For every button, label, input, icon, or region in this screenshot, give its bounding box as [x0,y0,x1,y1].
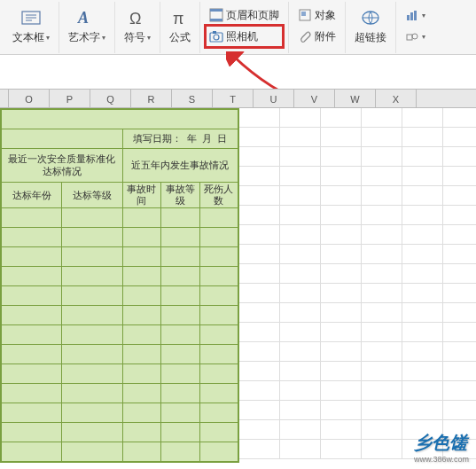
section-right: 近五年内发生事故情况 [122,149,238,183]
misc-button-2[interactable]: ▾ [402,26,429,47]
table-row[interactable] [2,423,238,442]
table-row[interactable] [2,403,238,423]
wordart-label: 艺术字 [68,30,100,45]
camera-icon [209,29,223,43]
wordart-icon: A [76,7,98,28]
col-header[interactable]: P [50,90,90,107]
table-row[interactable] [2,442,238,462]
col-year: 达标年份 [2,183,62,208]
table-row[interactable] [2,384,238,403]
svg-rect-16 [407,15,410,20]
table-row[interactable] [2,325,238,345]
svg-point-20 [412,34,417,39]
textbox-icon [21,7,41,28]
paperclip-icon [298,29,312,43]
table-row[interactable] [2,247,238,267]
pi-icon: π [170,7,190,28]
attachment-label: 附件 [315,29,336,44]
textbox-label: 文本框 [12,30,44,45]
hyperlink-label: 超链接 [355,30,386,45]
table-row[interactable] [2,208,238,228]
svg-rect-14 [301,12,306,16]
svg-rect-17 [410,12,413,20]
table-row[interactable] [2,267,238,286]
svg-text:π: π [173,10,183,27]
table-row[interactable] [2,345,238,364]
section-left: 最近一次安全质量标准化达标情况 [2,149,123,183]
camera-button[interactable]: 照相机 [206,26,283,47]
spreadsheet-area: O P Q R S T U V W X 填写日期： 年 月 日 最近一次安全质量… [0,89,476,469]
svg-rect-19 [407,35,412,40]
svg-rect-12 [213,31,216,34]
watermark: 乡色馐 www.386w.com [414,431,469,464]
col-header[interactable]: O [9,90,50,107]
column-headers: O P Q R S T U V W X [0,89,476,108]
header-footer-icon [209,8,223,22]
ribbon-toolbar: 文本框▾ A 艺术字▾ Ω 符号▾ π 公式 [0,0,476,55]
col-header[interactable]: S [172,90,213,107]
col-time: 事故时间 [122,183,160,208]
col-deaths: 死伤人数 [199,183,238,208]
col-header[interactable]: U [254,90,294,107]
symbol-button[interactable]: Ω 符号▾ [121,2,154,50]
svg-rect-9 [210,19,222,21]
dropdown-icon: ▾ [102,34,105,42]
col-header[interactable]: X [376,90,417,107]
col-header[interactable]: W [335,90,376,107]
svg-rect-8 [210,9,222,12]
object-button[interactable]: 对象 [294,4,339,26]
omega-icon: Ω [128,7,147,28]
svg-text:Ω: Ω [129,10,141,27]
shapes-icon [405,29,419,43]
dropdown-icon: ▾ [147,34,151,42]
wordart-button[interactable]: A 艺术字▾ [65,2,109,50]
camera-label: 照相机 [226,29,258,44]
header-footer-button[interactable]: 页眉和页脚 [206,4,283,26]
dropdown-icon: ▾ [422,12,425,20]
table-row[interactable] [2,228,238,247]
svg-text:A: A [77,9,89,27]
fill-date-label: 填写日期： [133,133,182,144]
formula-button[interactable]: π 公式 [166,2,194,50]
hyperlink-button[interactable]: 超链接 [351,2,390,50]
table-row[interactable] [2,306,238,325]
textbox-button[interactable]: 文本框▾ [9,2,53,50]
dropdown-icon: ▾ [46,34,50,42]
col-header[interactable]: Q [90,90,131,107]
svg-point-11 [214,35,219,40]
symbol-label: 符号 [124,30,145,45]
col-level: 事故等级 [161,183,199,208]
hyperlink-icon [360,7,381,28]
col-header[interactable]: R [131,90,172,107]
misc-button-1[interactable]: ▾ [402,4,429,26]
col-header[interactable]: T [213,90,254,107]
header-footer-label: 页眉和页脚 [226,8,279,23]
formula-label: 公式 [169,30,191,45]
svg-rect-18 [414,11,417,20]
table-row[interactable] [2,364,238,384]
form-table: 填写日期： 年 月 日 最近一次安全质量标准化达标情况 近五年内发生事故情况 达… [0,108,239,463]
dropdown-icon: ▾ [422,33,425,41]
col-header[interactable]: V [294,90,335,107]
object-icon [298,8,312,22]
col-grade: 达标等级 [62,183,122,208]
chart-icon [405,8,419,22]
object-label: 对象 [315,8,336,23]
table-row[interactable] [2,286,238,306]
empty-cells[interactable]: // generate empty grid rows inline (temp… [239,108,476,463]
attachment-button[interactable]: 附件 [294,26,339,47]
